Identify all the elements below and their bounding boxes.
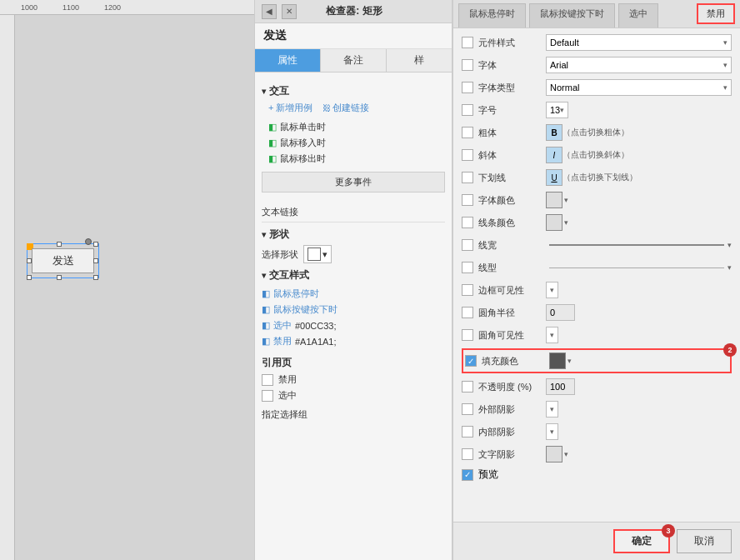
select-font-size[interactable]: 13 ▾ [546, 102, 568, 118]
event-mouseout: ◧ 鼠标移出时 [262, 151, 445, 167]
cancel-button[interactable]: 取消 [677, 529, 732, 553]
handle-top[interactable] [57, 242, 62, 247]
prop-italic: 斜体 I （点击切换斜体） [462, 146, 732, 164]
style-hover[interactable]: ◧ 鼠标悬停时 [262, 286, 445, 302]
shape-section: ▾ 形状 选择形状 ▾ [262, 228, 445, 263]
inspector-pin-btn[interactable]: ✕ [282, 4, 297, 19]
rotation-handle[interactable] [85, 238, 92, 245]
border-radius-input[interactable] [546, 304, 575, 321]
tab-notes[interactable]: 备注 [321, 49, 387, 72]
style-mousedown[interactable]: ◧ 鼠标按键按下时 [262, 302, 445, 318]
prop-line-width: 线宽 ▾ [462, 236, 732, 254]
prop-opacity: 不透明度 (%) [462, 378, 732, 396]
inspector-tabs: 属性 备注 样 [255, 49, 452, 72]
prop-outer-shadow: 外部阴影 ▾ [462, 400, 732, 418]
prop-inner-shadow: 内部阴影 ▾ [462, 422, 732, 441]
tab-hover[interactable]: 鼠标悬停时 [458, 3, 526, 28]
check-corner-visibility[interactable] [462, 329, 473, 341]
more-events-btn[interactable]: 更多事件 [262, 172, 445, 192]
tab-properties[interactable]: 属性 [255, 49, 321, 72]
props-tabs-header: 鼠标悬停时 鼠标按键按下时 选中 禁用 [453, 0, 740, 28]
handle-bottom-right[interactable] [93, 275, 98, 280]
check-text-shadow[interactable] [462, 448, 473, 460]
opacity-input[interactable] [546, 378, 575, 395]
select-widget-style[interactable]: Default ▾ [546, 34, 732, 51]
badge-3: 3 [662, 524, 675, 538]
ruler-marks: 1000 1100 1200 [4, 3, 146, 12]
canvas-content: 发送 [15, 15, 254, 560]
prop-fill-color-highlight: ✓ 填充颜色 ▾ 2 [462, 348, 732, 373]
check-font-size[interactable] [462, 104, 473, 116]
fill-color-swatch[interactable] [549, 352, 566, 369]
inspector-body: ▾ 交互 + 新增用例 ⛓ 创建链接 ◧ 鼠标单击时 ◧ 鼠标移入时 ◧ 鼠标移… [255, 72, 452, 560]
check-border-visibility[interactable] [462, 284, 473, 296]
select-font[interactable]: Arial ▾ [546, 57, 732, 73]
prop-font-size: 字号 13 ▾ [462, 101, 732, 119]
bold-toggle[interactable]: B [546, 124, 562, 141]
style-disabled[interactable]: ◧ 禁用 #A1A1A1; [262, 333, 445, 349]
event-click: ◧ 鼠标单击时 [262, 119, 445, 135]
ok-button[interactable]: 确定 3 [613, 529, 670, 553]
prop-widget-style: 元件样式 Default ▾ [462, 33, 732, 52]
text-shadow-swatch[interactable] [546, 446, 562, 462]
check-line-color[interactable] [462, 217, 473, 228]
shape-row: 选择形状 ▾ [262, 245, 445, 263]
handle-top-right[interactable] [93, 242, 98, 247]
check-font-color[interactable] [462, 194, 473, 206]
check-border-radius[interactable] [462, 307, 473, 318]
prop-bold: 粗体 B （点击切换粗体） [462, 123, 732, 142]
ref-disabled: 禁用 [262, 373, 445, 386]
canvas-area: 1000 1100 1200 发送 [0, 0, 254, 560]
interaction-style-section: ▾ 交互样式 ◧ 鼠标悬停时 ◧ 鼠标按键按下时 ◧ 选中 #00CC33; ◧… [262, 268, 445, 349]
check-preview[interactable]: ✓ [462, 469, 473, 481]
italic-toggle[interactable]: I [546, 147, 562, 163]
check-opacity[interactable] [462, 381, 473, 392]
shape-selector[interactable]: ▾ [303, 245, 332, 263]
check-inner-shadow[interactable] [462, 426, 473, 438]
line-color-swatch[interactable] [546, 214, 562, 231]
check-line-width[interactable] [462, 239, 473, 251]
select-corner-vis[interactable]: ▾ [546, 327, 558, 343]
underline-toggle[interactable]: U [546, 169, 562, 186]
text-link-section: 文本链接 [262, 202, 445, 222]
specify-group: 指定选择组 [262, 408, 445, 421]
inspector-title: 检查器: 矩形 [326, 4, 382, 18]
add-case-link[interactable]: + 新增用例 [268, 102, 312, 114]
select-inner-shadow[interactable]: ▾ [546, 423, 558, 440]
tab-style[interactable]: 样 [387, 49, 452, 72]
apply-disabled-btn[interactable]: 禁用 [697, 3, 735, 24]
line-type-preview [549, 268, 724, 268]
handle-left[interactable] [27, 258, 32, 263]
font-color-swatch[interactable] [546, 192, 562, 208]
check-bold[interactable] [462, 127, 473, 138]
ref-section: 引用页 禁用 选中 [262, 356, 445, 402]
widget-button[interactable]: 发送 [32, 248, 94, 273]
check-fill-color[interactable]: ✓ [465, 355, 477, 367]
tab-selected[interactable]: 选中 [618, 3, 658, 28]
shape-preview [308, 248, 321, 261]
handle-right[interactable] [93, 258, 98, 263]
select-outer-shadow[interactable]: ▾ [546, 401, 558, 418]
ref-selected: 选中 [262, 389, 445, 402]
check-outer-shadow[interactable] [462, 403, 473, 415]
create-link[interactable]: ⛓ 创建链接 [322, 102, 369, 114]
check-widget-style[interactable] [462, 37, 473, 48]
select-font-style[interactable]: Normal ▾ [546, 79, 732, 96]
check-font-style[interactable] [462, 82, 473, 93]
handle-bottom[interactable] [57, 275, 62, 280]
event-mouseover: ◧ 鼠标移入时 [262, 135, 445, 151]
style-selected[interactable]: ◧ 选中 #00CC33; [262, 318, 445, 333]
check-italic[interactable] [462, 149, 473, 161]
check-line-type[interactable] [462, 262, 473, 273]
tab-mousedown[interactable]: 鼠标按键按下时 [529, 3, 615, 28]
prop-font-style: 字体类型 Normal ▾ [462, 78, 732, 97]
checkbox-disabled[interactable] [262, 374, 273, 386]
check-underline[interactable] [462, 172, 473, 183]
checkbox-selected[interactable] [262, 390, 273, 402]
check-font[interactable] [462, 59, 473, 71]
handle-bottom-left[interactable] [27, 275, 32, 280]
prop-border-radius: 圆角半径 [462, 303, 732, 322]
inspector-close-btn[interactable]: ◀ [262, 4, 277, 19]
select-border-vis[interactable]: ▾ [546, 282, 558, 298]
prop-border-visibility: 边框可见性 ▾ [462, 281, 732, 299]
